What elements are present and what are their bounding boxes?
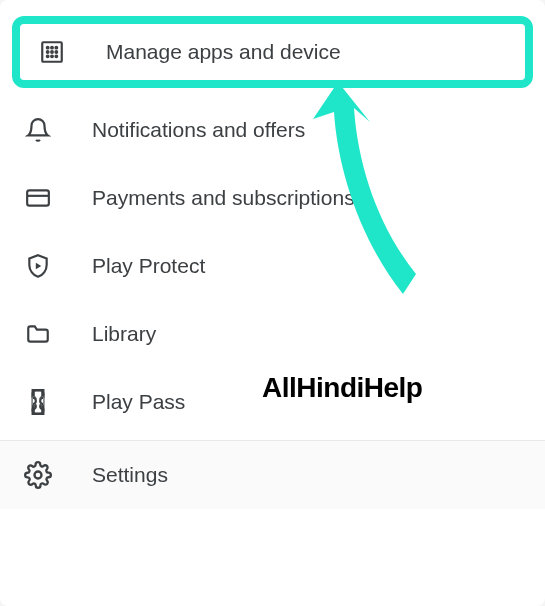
menu-item-manage-apps[interactable]: Manage apps and device [20,24,525,80]
svg-point-5 [51,51,53,53]
svg-point-1 [47,47,49,49]
menu-item-play-pass[interactable]: Play Pass [0,368,545,436]
gear-icon [24,461,52,489]
svg-point-14 [35,472,42,479]
account-menu: Manage apps and device Notifications and… [0,0,545,606]
settings-section: Settings [0,440,545,509]
menu-label: Play Pass [92,390,185,414]
svg-point-3 [55,47,57,49]
svg-rect-10 [27,190,49,205]
svg-point-9 [55,55,57,57]
menu-label: Manage apps and device [106,40,341,64]
highlight-inner: Manage apps and device [20,24,525,80]
menu-label: Payments and subscriptions [92,186,355,210]
svg-point-6 [55,51,57,53]
menu-item-play-protect[interactable]: Play Protect [0,232,545,300]
svg-point-2 [51,47,53,49]
folder-icon [24,320,52,348]
menu-item-payments[interactable]: Payments and subscriptions [0,164,545,232]
svg-point-7 [47,55,49,57]
menu-label: Play Protect [92,254,205,278]
svg-point-8 [51,55,53,57]
menu-label: Settings [92,463,168,487]
shield-play-icon [24,252,52,280]
menu-label: Library [92,322,156,346]
ticket-icon [24,388,52,416]
menu-item-settings[interactable]: Settings [0,441,545,509]
menu-item-library[interactable]: Library [0,300,545,368]
menu-label: Notifications and offers [92,118,305,142]
bell-icon [24,116,52,144]
highlight-frame: Manage apps and device [12,16,533,88]
card-icon [24,184,52,212]
svg-marker-12 [36,263,41,270]
svg-point-4 [47,51,49,53]
apps-grid-icon [38,38,66,66]
menu-item-notifications[interactable]: Notifications and offers [0,96,545,164]
